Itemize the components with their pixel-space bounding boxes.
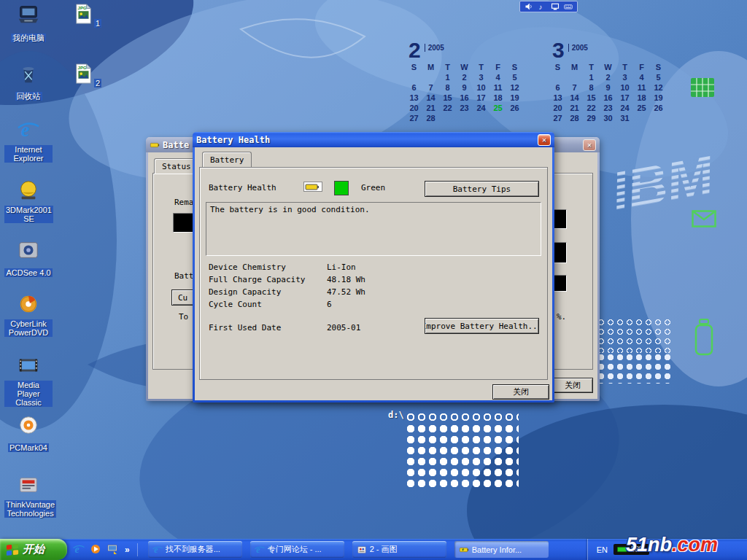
- quick-launch-desktop-icon[interactable]: [107, 543, 120, 556]
- close-button-battery-info[interactable]: 关闭: [552, 378, 593, 393]
- start-label: 开始: [23, 542, 44, 556]
- desktop-jpg-file-icon-11[interactable]: JPG2: [63, 63, 111, 89]
- task-button-label: 找不到服务器...: [166, 544, 220, 555]
- svg-text:JPG: JPG: [77, 5, 86, 10]
- quick-launch-overflow[interactable]: »: [123, 545, 131, 555]
- desktop-jpg-file-icon-10[interactable]: JPG1: [63, 3, 111, 29]
- internet-explorer-icon: e: [255, 545, 265, 555]
- paint-icon: [357, 545, 367, 555]
- desktop-icon-label: 回收站: [15, 92, 42, 101]
- desktop-powerdvd-icon-05[interactable]: CyberLink PowerDVD: [4, 293, 53, 338]
- percent-fragment: %.: [557, 312, 566, 322]
- acdsee-icon: [18, 239, 39, 261]
- battery-status-icon: [303, 182, 322, 192]
- detail-value: 48.18 Wh: [327, 275, 365, 284]
- detail-label: Full Charge Capacity: [209, 275, 327, 284]
- battery-meter[interactable]: 58%: [614, 544, 649, 555]
- detail-value: 2005-01: [327, 323, 360, 332]
- health-status-text: Green: [361, 183, 385, 192]
- note-icon[interactable]: ♪: [538, 2, 546, 11]
- media-player-classic-icon: [18, 354, 39, 376]
- desktop-pcmark-icon-07[interactable]: PCMark04: [4, 414, 53, 454]
- close-button[interactable]: ✕: [583, 139, 596, 151]
- condition-textbox: The battery is in good condition.: [206, 202, 541, 256]
- battery-tips-button[interactable]: Battery Tips: [425, 181, 539, 197]
- desktop-icon-label: ThinkVantage Technologies: [4, 500, 56, 518]
- my-computer-icon: [18, 4, 39, 26]
- task-button-2[interactable]: 2 - 画图: [352, 541, 446, 558]
- task-button-label: 专门网论坛 - ...: [268, 544, 322, 555]
- battery-detail-row: First Used Date2005-01: [209, 323, 365, 332]
- health-color-swatch: [334, 181, 349, 195]
- close-button[interactable]: ✕: [538, 134, 551, 146]
- internet-explorer-icon: e: [18, 119, 39, 141]
- thinkvantage-icon: [18, 474, 39, 496]
- battery-detail-row: Cycle Count6: [209, 300, 365, 309]
- recycle-bin-icon: [18, 63, 39, 85]
- svg-text:e: e: [154, 545, 158, 555]
- desktop-icon-label: 1: [94, 19, 101, 28]
- desktop-thinkvantage-icon-08[interactable]: ThinkVantage Technologies: [4, 474, 53, 519]
- desktop-icon-label: Internet Explorer: [4, 145, 53, 163]
- display-icon[interactable]: [551, 2, 560, 11]
- quick-launch: e»: [73, 543, 138, 556]
- battery-title-icon: [150, 140, 160, 150]
- jpg-file-icon: JPG: [72, 63, 94, 85]
- desktop: IBM d:\ 22005SMTWTFS12345678910111213141…: [0, 0, 747, 560]
- tab-battery[interactable]: Battery: [202, 152, 252, 167]
- battery-tab-panel: Battery Health Green Battery Tips The ba…: [199, 167, 548, 380]
- desktop-icon-label: 3DMark2001 SE: [4, 206, 53, 223]
- windows-logo-icon: [6, 543, 19, 556]
- close-icon: ✕: [542, 136, 546, 144]
- svg-text:♪: ♪: [539, 3, 543, 11]
- jpg-file-icon: JPG: [72, 3, 94, 25]
- task-button-3[interactable]: Battery Infor...: [454, 541, 549, 558]
- desktop-media-player-classic-icon-06[interactable]: Media Player Classic: [4, 354, 53, 408]
- close-button-battery-health[interactable]: 关闭: [492, 384, 549, 400]
- desktop-3dmark-icon-03[interactable]: 3DMark2001 SE: [4, 179, 53, 225]
- detail-label: Cycle Count: [209, 300, 327, 309]
- detail-value: 47.52 Wh: [327, 287, 365, 297]
- condition-text: The battery is in good condition.: [210, 205, 370, 214]
- 3dmark-icon: [18, 179, 39, 201]
- battery-health-title: Battery Health: [196, 135, 270, 145]
- desktop-icon: [107, 543, 118, 555]
- quick-launch-media-player-icon[interactable]: [90, 543, 103, 556]
- quick-launch-internet-explorer-icon[interactable]: e: [73, 543, 86, 556]
- system-tray: EN 58%: [587, 539, 747, 560]
- internet-explorer-icon: e: [73, 543, 85, 555]
- pcmark-icon: [18, 414, 39, 436]
- battery-health-window: Battery Health ✕ Battery Battery Health …: [193, 132, 554, 402]
- tray-battery-icon: [617, 546, 629, 553]
- battery-health-titlebar[interactable]: Battery Health ✕: [193, 132, 554, 147]
- close-icon: ✕: [587, 141, 592, 149]
- volume-icon[interactable]: [525, 2, 533, 11]
- task-button-0[interactable]: e找不到服务器...: [148, 541, 242, 558]
- media-player-icon: [90, 543, 101, 555]
- battery-health-body: Battery Battery Health Green Battery Tip…: [195, 147, 552, 400]
- start-button[interactable]: 开始: [0, 539, 67, 560]
- desktop-acdsee-icon-04[interactable]: ACDSee 4.0: [4, 239, 53, 279]
- desktop-internet-explorer-icon-02[interactable]: eInternet Explorer: [4, 119, 53, 164]
- battery-detail-row: Design Capacity47.52 Wh: [209, 287, 365, 297]
- task-button-label: Battery Infor...: [472, 545, 522, 554]
- detail-value: Li-Ion: [327, 262, 356, 272]
- internet-explorer-icon: e: [152, 545, 163, 555]
- keyboard-icon[interactable]: [564, 2, 573, 11]
- desktop-my-computer-icon-00[interactable]: 我的电脑: [4, 4, 53, 44]
- desktop-icon-label: 我的电脑: [11, 34, 46, 42]
- powerdvd-icon: [18, 293, 39, 315]
- task-button-1[interactable]: e专门网论坛 - ...: [250, 541, 344, 558]
- detail-label: Device Chemistry: [209, 262, 327, 272]
- battery-information-title: Batte: [163, 140, 189, 150]
- language-indicator[interactable]: EN: [597, 545, 608, 554]
- desktop-recycle-bin-icon-01[interactable]: 回收站: [4, 63, 53, 102]
- battery-percent: 58%: [631, 545, 646, 553]
- battery-health-label: Battery Health: [209, 183, 276, 192]
- improve-battery-health-button[interactable]: Improve Battery Health...: [425, 318, 539, 334]
- svg-text:JPG: JPG: [77, 65, 86, 70]
- svg-text:e: e: [256, 545, 260, 555]
- top-right-toolbar: ♪: [519, 1, 578, 12]
- detail-label: Design Capacity: [209, 287, 327, 297]
- taskbar: 开始 e» e找不到服务器...e专门网论坛 - ...2 - 画图Batter…: [0, 539, 747, 560]
